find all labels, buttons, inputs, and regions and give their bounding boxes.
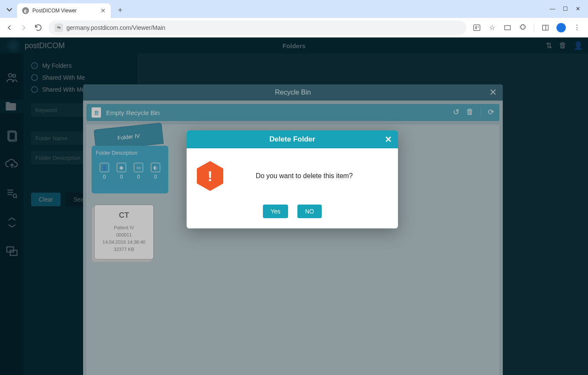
tab-title: PostDICOM Viewer xyxy=(32,8,97,14)
profile-icon[interactable]: 👤 xyxy=(556,23,566,32)
recycle-dim-overlay xyxy=(83,84,503,375)
forward-button[interactable] xyxy=(20,23,28,32)
confirm-title: Delete Folder xyxy=(269,135,315,144)
confirm-message: Do you want to delete this item? xyxy=(233,172,388,180)
confirm-close-icon[interactable]: ✕ xyxy=(385,134,392,144)
svg-rect-2 xyxy=(542,25,548,30)
minimize-icon[interactable]: — xyxy=(550,6,555,12)
bookmark-icon[interactable]: ☆ xyxy=(488,23,496,32)
confirm-header: Delete Folder ✕ xyxy=(187,130,398,148)
svg-rect-1 xyxy=(504,26,510,30)
favicon-icon: ◐ xyxy=(22,7,29,14)
confirm-body: ! Do you want to delete this item? xyxy=(187,148,398,199)
app-root: postDICOM Folders ⇅ 🗑 👤 📁⁺ ⟳ ▭ My Folder… xyxy=(0,38,588,375)
maximize-icon[interactable]: ☐ xyxy=(563,6,568,12)
tabs-dropdown-icon[interactable] xyxy=(3,3,15,15)
yes-button[interactable]: Yes xyxy=(263,205,288,218)
url-bar[interactable]: ⇆ germany.postdicom.com/Viewer/Main xyxy=(49,20,467,35)
side-panel-icon[interactable] xyxy=(541,23,550,32)
back-button[interactable] xyxy=(5,23,14,32)
screenshot-icon[interactable] xyxy=(503,23,512,32)
confirm-buttons: Yes NO xyxy=(187,199,398,228)
extension-icon[interactable] xyxy=(519,23,527,32)
menu-icon[interactable]: ⋮ xyxy=(573,23,581,32)
new-tab-button[interactable]: + xyxy=(114,4,126,16)
divider xyxy=(534,23,534,32)
url-text: germany.postdicom.com/Viewer/Main xyxy=(66,24,165,31)
no-button[interactable]: NO xyxy=(297,205,322,218)
warning-icon: ! xyxy=(197,161,223,191)
tab-strip: ◐ PostDICOM Viewer ✕ + — ☐ ✕ xyxy=(0,0,588,18)
tab-close-icon[interactable]: ✕ xyxy=(101,7,106,14)
close-window-icon[interactable]: ✕ xyxy=(576,6,580,12)
recycle-bin-modal: Recycle Bin ✕ 🗑 Empty Recycle Bin ↺ 🗑 ⟳ … xyxy=(83,84,503,375)
delete-confirm-modal: Delete Folder ✕ ! Do you want to delete … xyxy=(187,130,398,228)
site-info-icon[interactable]: ⇆ xyxy=(55,23,63,32)
reload-button[interactable] xyxy=(34,23,43,32)
window-controls: — ☐ ✕ xyxy=(550,6,588,18)
translate-icon[interactable] xyxy=(473,23,481,32)
browser-chrome: ◐ PostDICOM Viewer ✕ + — ☐ ✕ ⇆ germany.p… xyxy=(0,0,588,38)
browser-action-icons: ☆ 👤 ⋮ xyxy=(473,23,583,32)
svg-rect-0 xyxy=(474,25,480,30)
browser-tab[interactable]: ◐ PostDICOM Viewer ✕ xyxy=(17,3,111,18)
browser-nav-bar: ⇆ germany.postdicom.com/Viewer/Main ☆ 👤 … xyxy=(0,18,588,38)
